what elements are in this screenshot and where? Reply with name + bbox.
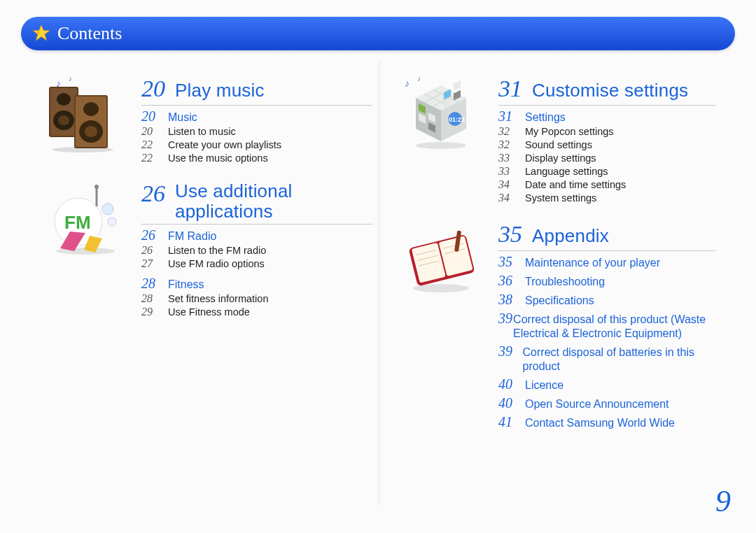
section-page: 35 [498, 254, 525, 270]
svg-point-24 [416, 142, 466, 149]
sub-title: Create your own playlists [168, 139, 281, 150]
section-row[interactable]: 39Correct disposal of batteries in this … [498, 343, 715, 374]
sub-page: 34 [498, 178, 525, 191]
chapter-appendix: 35 Appendix 35Maintenance of your player… [400, 221, 715, 430]
chapter-title[interactable]: Play music [175, 80, 265, 101]
content-columns: ♪ ♪ [43, 76, 729, 505]
chapter-content: 26 Use additional applications 26 FM Rad… [141, 181, 372, 318]
section-page: 38 [498, 292, 525, 308]
section-row[interactable]: 20 Music [141, 108, 372, 125]
sub-row[interactable]: 28 Set fitness information [141, 292, 372, 305]
section-page: 28 [141, 276, 168, 292]
sub-row[interactable]: 33Display settings [498, 152, 715, 164]
section-page: 20 [141, 108, 168, 125]
section-row[interactable]: 35Maintenance of your player [498, 254, 715, 270]
svg-point-6 [57, 93, 71, 106]
appendix-list: 35Maintenance of your player 36Troublesh… [498, 254, 715, 430]
sub-page: 32 [498, 125, 525, 138]
section-row[interactable]: 41Contact Samsung World Wide [498, 414, 715, 430]
svg-rect-39 [454, 80, 461, 91]
chapter-title-l2: applications [175, 201, 273, 222]
section-settings: 31 Settings 32My Popcon settings 32Sound… [498, 108, 715, 204]
svg-point-11 [83, 102, 99, 116]
section-title: Correct disposal of this product (Waste … [513, 313, 715, 341]
section-title: Correct disposal of batteries in this pr… [523, 346, 715, 374]
sub-title: Display settings [525, 152, 596, 164]
chapter-page: 20 [141, 76, 175, 102]
sub-title: System settings [525, 192, 596, 204]
section-music: 20 Music 20 Listen to music 22 Create yo… [141, 108, 372, 164]
sub-row[interactable]: 32My Popcon settings [498, 125, 715, 138]
sub-row[interactable]: 22 Use the music options [141, 152, 372, 164]
chapter-header: 26 Use additional applications [141, 181, 372, 225]
svg-point-13 [85, 126, 97, 137]
section-title: FM Radio [168, 230, 216, 243]
chapter-title[interactable]: Use additional applications [175, 181, 293, 221]
sub-title: Use Fitness mode [168, 306, 250, 318]
section-title: Licence [525, 379, 564, 392]
left-column: ♪ ♪ [43, 76, 386, 505]
section-page: 36 [498, 273, 525, 289]
sub-title: Date and time settings [525, 179, 626, 190]
svg-point-20 [94, 185, 99, 189]
section-page: 31 [498, 108, 525, 125]
section-row[interactable]: 39Correct disposal of this product (Wast… [498, 311, 715, 341]
section-row[interactable]: 26 FM Radio [141, 227, 372, 243]
sub-title: My Popcon settings [525, 126, 614, 137]
section-row[interactable]: 36Troubleshooting [498, 273, 715, 289]
chapter-header: 35 Appendix [498, 221, 715, 251]
chapter-content: 31 Customise settings 31 Settings 32My P… [498, 76, 715, 204]
chapter-additional-apps: FM 26 Use additional applications [43, 181, 372, 318]
section-page: 40 [498, 376, 525, 392]
section-page: 39 [498, 343, 523, 360]
sub-row[interactable]: 26 Listen to the FM radio [141, 244, 372, 257]
right-column: ♪ ♪ [386, 76, 729, 505]
chapter-content: 35 Appendix 35Maintenance of your player… [498, 221, 715, 430]
sub-page: 26 [141, 244, 168, 257]
sub-row[interactable]: 32Sound settings [498, 138, 715, 151]
svg-text:01:23: 01:23 [449, 116, 465, 123]
sub-title: Sound settings [525, 139, 592, 150]
chapter-page: 31 [498, 76, 532, 102]
section-row[interactable]: 38Specifications [498, 292, 715, 308]
sub-row[interactable]: 22 Create your own playlists [141, 138, 372, 151]
section-row[interactable]: 40Open Source Announcement [498, 395, 715, 411]
sub-page: 33 [498, 152, 525, 164]
section-row[interactable]: 31 Settings [498, 108, 715, 125]
svg-text:♪: ♪ [405, 78, 410, 89]
section-title: Troubleshooting [525, 276, 605, 288]
sub-title: Listen to the FM radio [168, 245, 266, 256]
svg-point-17 [102, 204, 113, 215]
sub-page: 28 [141, 292, 168, 305]
sub-row[interactable]: 33Language settings [498, 165, 715, 178]
chapter-title[interactable]: Customise settings [532, 80, 688, 101]
sub-title: Listen to music [168, 126, 236, 137]
sub-row[interactable]: 29 Use Fitness mode [141, 306, 372, 318]
sub-page: 27 [141, 257, 168, 270]
chapter-title[interactable]: Appendix [532, 225, 609, 247]
sub-row[interactable]: 34System settings [498, 192, 715, 204]
chapter-icon-cell: ♪ ♪ [400, 76, 498, 204]
sub-title: Set fitness information [168, 293, 268, 304]
sub-page: 33 [498, 165, 525, 178]
sub-title: Language settings [525, 166, 608, 177]
section-title: Maintenance of your player [525, 257, 660, 269]
cube-icon: ♪ ♪ [400, 143, 484, 155]
sub-page: 29 [141, 306, 168, 318]
section-row[interactable]: 28 Fitness [141, 276, 372, 292]
chapter-play-music: ♪ ♪ [43, 76, 372, 164]
sub-page: 34 [498, 192, 525, 204]
sub-title: Use FM radio options [168, 258, 265, 269]
sub-row[interactable]: 34Date and time settings [498, 178, 715, 191]
notebook-icon [400, 288, 484, 300]
section-title: Settings [525, 111, 566, 124]
section-row[interactable]: 40Licence [498, 376, 715, 392]
section-title: Contact Samsung World Wide [525, 417, 675, 429]
sub-row[interactable]: 27 Use FM radio options [141, 257, 372, 270]
svg-point-8 [58, 115, 69, 125]
chapter-title-l1: Use additional [175, 180, 293, 201]
star-icon [32, 24, 50, 43]
sub-page: 20 [141, 125, 168, 138]
section-title: Open Source Announcement [525, 398, 668, 411]
sub-row[interactable]: 20 Listen to music [141, 125, 372, 138]
